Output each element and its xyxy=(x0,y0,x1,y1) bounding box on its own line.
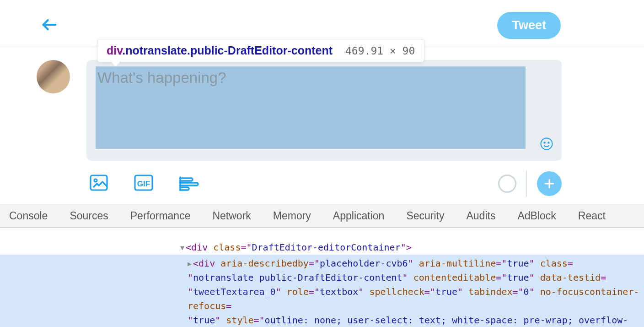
devtools-tab[interactable]: Sources xyxy=(70,210,108,222)
char-count-circle xyxy=(498,174,516,193)
tooltip-dimensions: 469.91 × 90 xyxy=(345,45,415,57)
svg-point-3 xyxy=(548,142,549,143)
devtools-tab[interactable]: Memory xyxy=(273,210,311,222)
image-icon[interactable] xyxy=(88,172,110,196)
caret-right-icon[interactable]: ▶ xyxy=(188,259,193,269)
compose-toolbar: GIF xyxy=(0,167,644,204)
tweet-button[interactable]: Tweet xyxy=(497,12,561,39)
svg-point-1 xyxy=(541,138,553,150)
svg-point-5 xyxy=(94,179,97,182)
devtools-tab[interactable]: Audits xyxy=(466,210,495,222)
compose-area: What's happening? xyxy=(0,47,644,167)
devtools-tab[interactable]: AdBlock xyxy=(517,210,556,222)
svg-point-2 xyxy=(544,142,545,143)
devtools-tab[interactable]: React xyxy=(578,210,606,222)
dom-node[interactable]: ▼<div class="DraftEditor-editorContainer… xyxy=(180,240,639,255)
devtools-tab[interactable]: Console xyxy=(9,210,48,222)
devtools-elements-panel[interactable]: ▼<div class="DraftEditor-editorContainer… xyxy=(0,228,644,327)
compose-placeholder: What's happening? xyxy=(97,69,226,87)
devtools-tab[interactable]: Application xyxy=(333,210,385,222)
dom-node-cut[interactable] xyxy=(180,227,639,240)
tooltip-selector: div.notranslate.public-DraftEditor-conte… xyxy=(107,44,333,57)
compose-box: What's happening? xyxy=(86,60,562,161)
toolbar-divider xyxy=(526,170,527,197)
inspector-tooltip: div.notranslate.public-DraftEditor-conte… xyxy=(97,39,424,62)
toolbar-right xyxy=(498,170,562,197)
add-tweet-button[interactable] xyxy=(537,171,562,196)
avatar[interactable] xyxy=(37,60,70,93)
caret-down-icon[interactable]: ▼ xyxy=(180,243,186,253)
svg-rect-4 xyxy=(91,175,107,190)
dom-node-selected[interactable]: ▶<div aria-describedby="placeholder-cvb6… xyxy=(0,255,644,327)
gif-icon[interactable]: GIF xyxy=(133,172,155,196)
tweet-textarea[interactable]: What's happening? xyxy=(96,66,526,149)
svg-text:GIF: GIF xyxy=(137,180,150,188)
poll-icon[interactable] xyxy=(177,172,199,196)
devtools-tab[interactable]: Performance xyxy=(130,210,191,222)
emoji-icon[interactable] xyxy=(540,137,553,153)
devtools-tab[interactable]: Security xyxy=(406,210,444,222)
devtools-tabs: Console Sources Performance Network Memo… xyxy=(0,204,644,228)
devtools-tab[interactable]: Network xyxy=(212,210,251,222)
back-arrow-icon[interactable] xyxy=(40,16,59,36)
